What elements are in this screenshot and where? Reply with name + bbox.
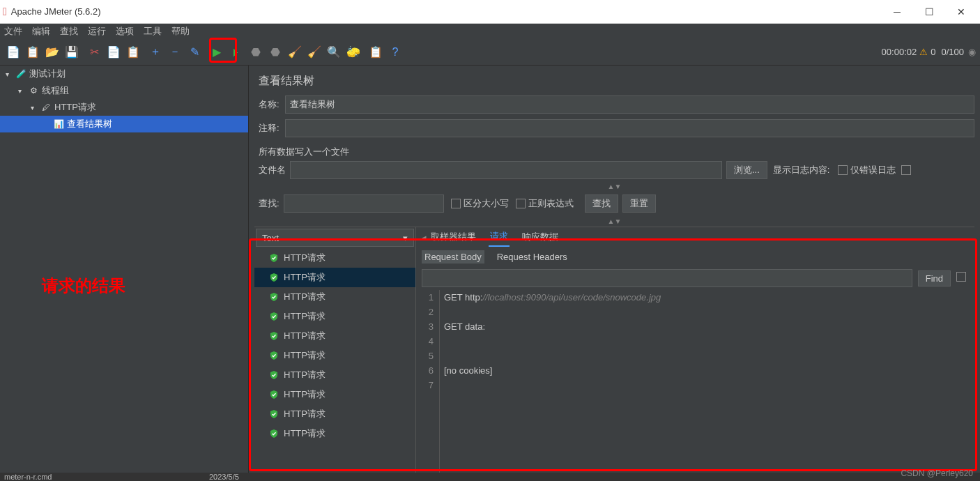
function-icon[interactable]: 📋 [367, 43, 385, 61]
search-icon[interactable]: 🔍 [325, 43, 343, 61]
errors-only-checkbox[interactable] [838, 165, 848, 175]
renderer-dropdown[interactable]: Text ▾ [256, 229, 414, 247]
result-item[interactable]: HTTP请求 [254, 365, 415, 385]
result-item[interactable]: HTTP请求 [254, 346, 415, 365]
jmeter-icon: 𓆰 [3, 6, 7, 18]
clear-all-icon[interactable]: 🧹 [305, 43, 323, 61]
menu-run[interactable]: 运行 [88, 25, 106, 38]
shield-icon [268, 252, 280, 264]
chart-icon: 📊 [53, 119, 64, 130]
paste-icon[interactable]: 📋 [124, 43, 142, 61]
case-checkbox[interactable] [451, 199, 461, 208]
menu-help[interactable]: 帮助 [171, 25, 190, 38]
collapse-icon[interactable]: － [166, 43, 184, 61]
search-button[interactable]: 查找 [585, 194, 618, 213]
menu-file[interactable]: 文件 [4, 25, 22, 38]
maximize-button[interactable]: ☐ [913, 1, 945, 22]
gauge-icon: ◉ [968, 47, 976, 57]
find-input[interactable] [422, 269, 912, 287]
tree-thread-group[interactable]: ▾ ⚙ 线程组 [0, 82, 248, 99]
menu-edit[interactable]: 编辑 [32, 25, 50, 38]
tree-view-results[interactable]: 📊 查看结果树 [0, 116, 248, 132]
copy-icon[interactable]: 📄 [105, 43, 123, 61]
filename-input[interactable] [290, 161, 722, 179]
tree-http-request[interactable]: ▾ 🖊 HTTP请求 [0, 99, 248, 116]
templates-icon[interactable]: 📋 [24, 43, 42, 61]
gear-icon: ⚙ [28, 85, 39, 96]
search-label: 查找: [254, 197, 284, 210]
cut-icon[interactable]: ✂ [85, 43, 103, 61]
result-item[interactable]: HTTP请求 [254, 385, 415, 404]
subtab-body[interactable]: Request Body [422, 250, 484, 264]
chevron-down-icon[interactable]: ▾ [31, 104, 40, 112]
shield-icon [268, 330, 280, 342]
reset-search-icon[interactable]: 🧽 [344, 43, 362, 61]
shield-icon [268, 369, 280, 381]
warning-icon: ⚠ [919, 47, 928, 57]
timer: 00:00:02 [882, 47, 917, 57]
result-item[interactable]: HTTP请求 [254, 248, 415, 268]
toggle-icon[interactable]: ✎ [185, 43, 204, 61]
chevron-down-icon[interactable]: ▾ [6, 70, 15, 78]
close-button[interactable]: ✕ [945, 1, 977, 22]
collapse-handle[interactable]: ▲▼ [254, 182, 974, 190]
name-label: 名称: [254, 98, 285, 111]
run-annotation-box [209, 38, 237, 63]
toolbar: 📄 📋 📂 💾 ✂ 📄 📋 ＋ － ✎ ▶ ⏵ ⬣ ⬣ 🧹 🧹 🔍 🧽 📋 ? … [0, 39, 980, 66]
result-item[interactable]: HTTP请求 [254, 424, 415, 443]
result-item[interactable]: HTTP请求 [254, 268, 415, 287]
result-item[interactable]: HTTP请求 [254, 307, 415, 326]
new-icon[interactable]: 📄 [4, 43, 22, 61]
expand-icon[interactable]: ＋ [146, 43, 164, 61]
find-button[interactable]: Find [918, 270, 951, 287]
find-checkbox[interactable] [956, 272, 966, 282]
chevron-down-icon[interactable]: ▾ [18, 87, 28, 95]
shutdown-icon[interactable]: ⬣ [266, 43, 284, 61]
tab-request[interactable]: 请求 [489, 227, 510, 247]
shield-icon [268, 272, 280, 283]
name-input[interactable] [285, 96, 974, 114]
regex-label: 正则表达式 [528, 197, 574, 210]
browse-button[interactable]: 浏览... [726, 161, 767, 179]
tree-pane: ▾ 🧪 测试计划 ▾ ⚙ 线程组 ▾ 🖊 HTTP请求 📊 查看结果树 请求的结… [0, 66, 249, 473]
subtab-headers[interactable]: Request Headers [494, 250, 570, 264]
collapse-handle-2[interactable]: ▲▼ [254, 217, 974, 225]
scroll-left-icon[interactable]: ◂ [422, 232, 427, 243]
result-item[interactable]: HTTP请求 [254, 287, 415, 307]
bottom-strip: meter-n-r.cmd 2023/5/5 [0, 473, 980, 481]
menu-tools[interactable]: 工具 [144, 25, 162, 38]
case-label: 区分大小写 [464, 197, 509, 210]
write-file-label: 所有数据写入一个文件 [254, 143, 974, 161]
code-content[interactable]: GET http://localhost:9090/api/user/code/… [440, 290, 974, 473]
save-icon[interactable]: 💾 [63, 43, 81, 61]
right-pane: 查看结果树 名称: 注释: 所有数据写入一个文件 文件名 浏览... 显示日志内… [249, 66, 980, 473]
regex-checkbox[interactable] [516, 199, 526, 208]
comment-label: 注释: [254, 122, 285, 135]
stop-icon[interactable]: ⬣ [247, 43, 265, 61]
log-show-label: 显示日志内容: [773, 164, 830, 176]
success-checkbox[interactable] [901, 165, 911, 175]
help-icon[interactable]: ? [386, 43, 404, 61]
open-icon[interactable]: 📂 [43, 43, 61, 61]
reset-button[interactable]: 重置 [622, 194, 656, 213]
comment-input[interactable] [285, 119, 974, 137]
tree-test-plan[interactable]: ▾ 🧪 测试计划 [0, 66, 248, 82]
clear-icon[interactable]: 🧹 [286, 43, 304, 61]
tab-sampler[interactable]: 取样器结果 [429, 228, 477, 246]
shield-icon [268, 409, 280, 420]
menu-options[interactable]: 选项 [116, 25, 134, 38]
result-item[interactable]: HTTP请求 [254, 326, 415, 346]
flask-icon: 🧪 [15, 68, 26, 79]
result-list: HTTP请求HTTP请求HTTP请求HTTP请求HTTP请求HTTP请求HTTP… [254, 248, 415, 473]
menubar: 文件 编辑 查找 运行 选项 工具 帮助 [0, 24, 980, 39]
error-count: 0 [931, 47, 935, 57]
thread-count: 0/100 [941, 47, 964, 57]
shield-icon [268, 389, 280, 400]
result-item[interactable]: HTTP请求 [254, 404, 415, 424]
tab-response[interactable]: 响应数据 [521, 228, 560, 246]
search-input[interactable] [284, 194, 444, 213]
menu-search[interactable]: 查找 [60, 25, 78, 38]
minimize-button[interactable]: ─ [881, 1, 913, 22]
line-gutter: 1234567 [416, 290, 440, 473]
shield-icon [268, 428, 280, 439]
